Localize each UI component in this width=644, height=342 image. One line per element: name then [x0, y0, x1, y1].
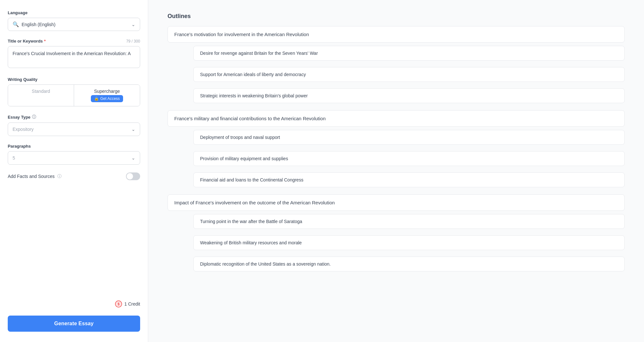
outline-children-3: Turning point in the war after the Battl…: [180, 214, 625, 275]
chevron-down-icon: ⌄: [131, 22, 135, 27]
outline-item-1-1[interactable]: Desire for revenge against Britain for t…: [193, 46, 625, 61]
language-field: Language 🔍 English (English) ⌄: [8, 10, 140, 31]
essay-type-label: Essay Type ⓘ: [8, 114, 140, 120]
chevron-down-icon: ⌄: [131, 127, 135, 132]
language-label: Language: [8, 10, 140, 15]
add-facts-label: Add Facts and Sources: [8, 174, 55, 179]
writing-quality-toggle: Standard Supercharge 🔒 Get Access: [8, 84, 140, 106]
essay-type-dropdown[interactable]: Expository ⌄: [8, 122, 140, 136]
outline-item-2-1[interactable]: Deployment of troops and naval support: [193, 130, 625, 145]
title-field: Title or Keywords * 79 / 300 France's Cr…: [8, 39, 140, 69]
add-facts-row: Add Facts and Sources ⓘ: [8, 172, 140, 180]
generate-essay-button[interactable]: Generate Essay: [8, 316, 140, 332]
title-label: Title or Keywords * 79 / 300: [8, 39, 140, 44]
credit-row: $ 1 Credit: [8, 300, 140, 308]
language-dropdown[interactable]: 🔍 English (English) ⌄: [8, 18, 140, 31]
paragraphs-field: Paragraphs 5 ⌄: [8, 144, 140, 165]
outline-children-1: Desire for revenge against Britain for t…: [180, 46, 625, 106]
language-value: English (English): [22, 22, 129, 27]
essay-type-value: Expository: [13, 127, 131, 132]
writing-quality-field: Writing Quality Standard Supercharge 🔒 G…: [8, 77, 140, 106]
paragraphs-dropdown[interactable]: 5 ⌄: [8, 151, 140, 165]
left-panel: Language 🔍 English (English) ⌄ Title or …: [0, 0, 148, 342]
outline-section-1[interactable]: France's motivation for involvement in t…: [168, 26, 625, 43]
right-panel: Outlines France's motivation for involve…: [148, 0, 644, 342]
supercharge-option[interactable]: Supercharge 🔒 Get Access: [74, 85, 140, 106]
outline-children-2: Deployment of troops and naval supportPr…: [180, 130, 625, 191]
lock-icon: 🔒: [94, 96, 99, 101]
outline-item-2-2[interactable]: Provision of military equipment and supp…: [193, 151, 625, 166]
outline-item-1-3[interactable]: Strategic interests in weakening Britain…: [193, 88, 625, 103]
outline-section-2[interactable]: France's military and financial contribu…: [168, 110, 625, 127]
writing-quality-label: Writing Quality: [8, 77, 140, 82]
add-facts-info-icon[interactable]: ⓘ: [57, 173, 62, 179]
paragraphs-label: Paragraphs: [8, 144, 140, 149]
standard-option[interactable]: Standard: [8, 85, 74, 106]
outline-item-3-1[interactable]: Turning point in the war after the Battl…: [193, 214, 625, 229]
outline-item-1-2[interactable]: Support for American ideals of liberty a…: [193, 67, 625, 82]
supercharge-label: Supercharge: [94, 89, 120, 94]
paragraphs-value: 5: [13, 155, 131, 161]
search-icon: 🔍: [13, 21, 19, 27]
char-count: 79 / 300: [126, 39, 140, 44]
outline-item-3-2[interactable]: Weakening of British military resources …: [193, 235, 625, 250]
outlines-title: Outlines: [168, 13, 625, 20]
credit-text: 1 Credit: [124, 301, 140, 307]
outline-item-3-3[interactable]: Diplomatic recognition of the United Sta…: [193, 257, 625, 271]
get-access-button[interactable]: 🔒 Get Access: [91, 95, 123, 102]
chevron-down-icon: ⌄: [131, 155, 135, 161]
required-indicator: *: [44, 39, 46, 44]
essay-type-field: Essay Type ⓘ Expository ⌄: [8, 114, 140, 136]
title-input[interactable]: France's Crucial Involvement in the Amer…: [8, 46, 140, 68]
outlines-container: France's motivation for involvement in t…: [168, 26, 625, 275]
add-facts-toggle[interactable]: [126, 172, 140, 180]
credit-icon: $: [115, 300, 122, 308]
outline-group-2: France's military and financial contribu…: [168, 110, 625, 191]
spacer: [8, 188, 140, 292]
outline-group-1: France's motivation for involvement in t…: [168, 26, 625, 106]
outline-item-2-3[interactable]: Financial aid and loans to the Continent…: [193, 172, 625, 187]
outline-group-3: Impact of France's involvement on the ou…: [168, 194, 625, 275]
outline-section-3[interactable]: Impact of France's involvement on the ou…: [168, 194, 625, 211]
svg-text:$: $: [118, 302, 120, 306]
essay-type-info-icon[interactable]: ⓘ: [32, 114, 36, 120]
